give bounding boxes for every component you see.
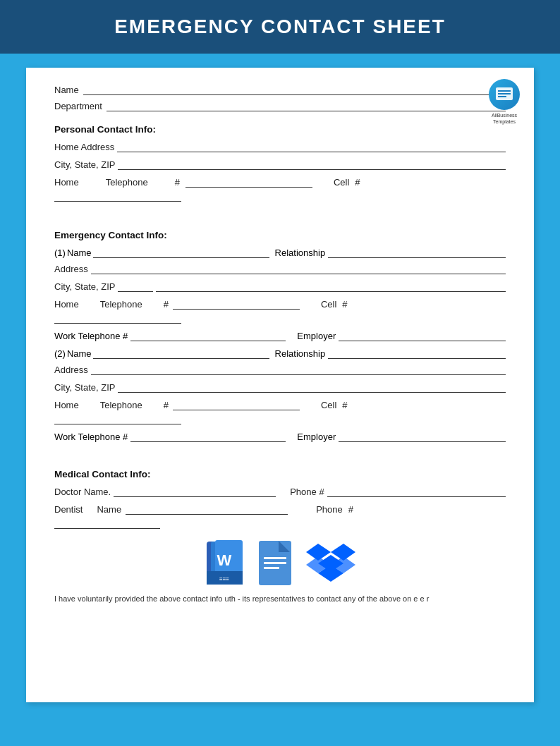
contact2-tel-labels: Home Telephone # Cell # [54,400,506,410]
contact1-hash: # [164,299,169,310]
svg-text:W: W [217,551,231,569]
medical-section: Medical Contact Info: Doctor Name. Phone… [54,469,506,529]
document: AllBusiness Templates Name Department Pe… [26,68,534,702]
contact2-employer-field [339,432,506,442]
contact1-work-label: Work Telephone # [54,331,128,341]
word-icon[interactable]: W ≡≡≡ [205,540,244,586]
doctor-phone-field [327,487,506,497]
phone-label: Phone # [290,487,324,497]
contact2-city-row: City, State, ZIP [54,382,506,393]
svg-rect-14 [264,567,279,569]
home-label-personal: Home [54,177,79,188]
svg-rect-2 [498,93,511,94]
emergency-title: Emergency Contact Info: [54,230,506,240]
dropbox-icon[interactable] [306,540,355,586]
contact2-home-tel-field [173,400,300,410]
emergency-section: Emergency Contact Info: (1) Name Relatio… [54,230,506,442]
telephone-label-personal: Telephone [106,177,148,188]
contact1-block: (1) Name Relationship Address City, Stat… [54,247,506,341]
contact2-address-row: Address [54,365,506,375]
home-tel-row-1: Home Telephone # Cell # [54,177,506,202]
dentist-phone-field [54,519,160,529]
contact1-work-field [130,331,286,341]
page-wrapper: AllBusiness Templates Name Department Pe… [0,54,560,723]
name-field [83,85,506,95]
contact2-name-field [93,349,269,359]
dentist-phone-line-row [54,519,506,529]
personal-section: Personal Contact Info: Home Address City… [54,124,506,202]
contact1-cell-field [54,314,181,324]
contact2-cell-hash: # [342,400,347,410]
home-address-row: Home Address [54,142,506,152]
name-section: Name Department [54,85,506,111]
contact1-tel-label: Telephone [100,299,142,310]
home-tel-labels: Home Telephone # Cell # [54,177,506,188]
contact2-home-label: Home [54,400,79,410]
svg-rect-3 [498,96,506,97]
gdoc-icon[interactable] [258,540,292,586]
contact1-city-field1 [118,282,153,292]
dentist-name-label: Name [97,504,121,515]
contact2-cell-line-row [54,415,506,424]
city-state-zip-row: City, State, ZIP [54,159,506,170]
contact2-address-label: Address [54,365,88,375]
contact2-name-label: Name [67,348,92,359]
name-label: Name [54,85,79,95]
contact2-work-field [130,432,286,442]
contact1-work-row: Work Telephone # Employer [54,331,506,341]
contact2-tel-wrapper: Home Telephone # Cell # [54,400,506,424]
cell-area-personal: Cell # [334,177,360,188]
contact2-city-label: City, State, ZIP [54,382,115,393]
contact1-cell-label: Cell [321,299,336,310]
cell-label-personal: Cell [334,177,349,188]
contact1-cell-line-row [54,314,506,324]
contact1-employer-field [339,331,506,341]
contact1-city-row: City, State, ZIP [54,281,506,292]
cell-hash-personal: # [355,177,360,188]
dentist-label: Dentist [54,504,83,515]
dentist-wrapper: Dentist Name Phone # [54,504,506,529]
contact2-employer-label: Employer [297,432,336,442]
svg-rect-1 [498,90,511,92]
contact2-cell-field [54,415,181,424]
department-row: Department [54,101,506,111]
cell-field-personal [54,192,181,202]
contact2-work-row: Work Telephone # Employer [54,432,506,442]
contact1-rel-label: Relationship [275,247,326,258]
contact1-tel-wrapper: Home Telephone # Cell # [54,299,506,324]
contact1-name-label: Name [67,247,92,258]
department-field [106,102,506,111]
doctor-field [114,487,276,497]
contact2-num: (2) [54,348,66,359]
contact2-cell-area: Cell # [321,400,348,410]
contact1-address-field [91,264,506,274]
contact2-tel-label: Telephone [100,400,142,410]
hash-personal: # [175,177,180,188]
contact1-home-label: Home [54,299,79,310]
contact1-home-tel-field [173,300,300,310]
contact1-address-row: Address [54,264,506,274]
contact2-address-field [91,365,506,375]
contact1-city-field2 [156,282,506,292]
contact1-name-row: (1) Name Relationship [54,247,506,258]
contact2-cell-label: Cell [321,400,336,410]
city-state-zip-label: City, State, ZIP [54,159,115,170]
name-row: Name [54,85,506,95]
svg-text:≡≡≡: ≡≡≡ [219,576,229,582]
doctor-row: Doctor Name. Phone # [54,487,506,497]
medical-title: Medical Contact Info: [54,469,506,479]
contact2-rel-field [328,349,506,359]
dentist-hash: # [348,504,353,515]
svg-rect-12 [264,557,286,559]
home-address-field [117,142,506,152]
contact1-cell-hash: # [342,299,347,310]
home-tel-field-personal [185,178,312,188]
contact2-hash: # [164,400,169,410]
contact2-block: (2) Name Relationship Address City, Stat… [54,348,506,442]
page-title: EMERGENCY CONTACT SHEET [0,16,560,38]
contact2-work-label: Work Telephone # [54,432,128,442]
home-address-label: Home Address [54,142,114,152]
contact1-employer-label: Employer [297,331,336,341]
city-state-zip-field [118,160,506,170]
svg-rect-13 [264,562,286,564]
